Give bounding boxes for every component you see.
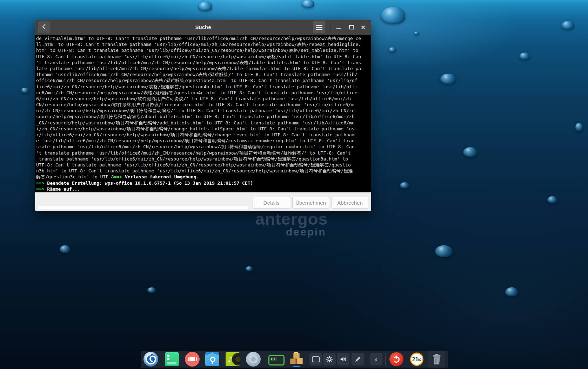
terminal-line: 't translate pathname 'usr/lib/office6/m… [36, 150, 371, 156]
speaker-icon [339, 355, 347, 363]
titlebar-divider [330, 22, 331, 32]
water-drop [302, 0, 314, 8]
chevron-left-icon: ‹ [375, 356, 377, 363]
water-drop [575, 123, 582, 132]
wallpaper-watermark-antergos: antergos [255, 209, 328, 228]
deepin-launcher-icon[interactable] [143, 352, 158, 367]
dock: ♪ [141, 351, 448, 368]
terminal-line: n3b.htm' to UTF-8: Can't translate pathn… [36, 168, 371, 174]
terminal-line: UTF-8: Can't translate pathname 'usr/lib… [36, 54, 371, 60]
terminal-line: fice6/mui/zh_CN/resource/help/wpsrainbow… [36, 84, 371, 90]
vinyl-icon [232, 353, 240, 365]
package-manager-icon[interactable] [289, 352, 303, 366]
water-drop [547, 196, 557, 203]
menu-button[interactable] [313, 21, 325, 33]
settings-tray-icon[interactable] [323, 353, 336, 365]
terminal-line: htm' to UTF-8: Can't translate pathname … [36, 47, 371, 53]
water-drop [60, 245, 70, 253]
terminal-line: late pathname 'usr/lib/office6/mui/zh_CN… [36, 66, 371, 71]
water-drop [519, 53, 530, 60]
progress-bar [38, 206, 249, 209]
terminal-line: translate pathname 'usr/lib/office6/mui/… [36, 156, 371, 162]
volume-tray-icon[interactable] [337, 353, 349, 365]
titlebar[interactable]: Suche × [35, 20, 371, 35]
details-button[interactable]: Details [253, 197, 290, 209]
camera-icon [189, 357, 195, 361]
water-drop [147, 287, 156, 293]
water-drop [198, 2, 212, 11]
water-drop [389, 47, 396, 52]
deepin-music-icon[interactable]: ♪ [226, 352, 240, 366]
gear-icon [326, 355, 333, 363]
terminal-output: de_virtualRim.htm' to UTF-8: Can't trans… [35, 35, 371, 192]
power-button[interactable] [389, 352, 403, 366]
desktop: antergos deepin Suche × de_virtualRim.ht… [0, 0, 588, 369]
display-tray-icon[interactable] [309, 353, 322, 365]
water-drop [463, 147, 477, 157]
swirl-icon [145, 353, 157, 365]
suche-window: Suche × de_virtualRim.htm' to UTF-8: Can… [35, 20, 371, 211]
water-drop [435, 245, 453, 257]
terminal-line: ce6/mui/zh_CN/resource/help/wpsrainbow/表… [36, 90, 371, 96]
trash-icon [431, 353, 442, 365]
maximize-button[interactable] [345, 21, 357, 33]
clock-hours: 21 [412, 356, 418, 363]
terminal-line: slate pathname 'usr/lib/office6/mui/zh_C… [36, 144, 371, 150]
water-drop [414, 32, 419, 35]
water-drop [21, 88, 29, 93]
terminal-line: r/lib/office6/mui/zh_CN/resource/help/wp… [36, 132, 371, 138]
dock-divider-small [367, 356, 367, 363]
music-note-icon: ♪ [228, 355, 232, 363]
terminal-line: 't translate pathname 'usr/lib/office6/m… [36, 60, 371, 66]
clock-minutes: 02 [418, 358, 422, 362]
battery-monitor-icon[interactable] [268, 355, 285, 365]
clock-widget[interactable]: 21 02 [410, 353, 423, 366]
terminal-line: source/help/wpsrainbow/项目符号和自动编号/about_b… [36, 114, 371, 119]
wallpaper-watermark-deepin: deepin [286, 226, 326, 238]
trash-button[interactable] [428, 351, 445, 368]
cancel-button[interactable]: Abbrechen [332, 197, 368, 209]
terminal-line: UTF-8: Can't translate pathname 'usr/lib… [36, 162, 371, 168]
dock-divider [385, 353, 386, 365]
power-icon [392, 355, 401, 364]
dock-divider [307, 353, 307, 365]
terminal-line: ui/zh_CN/resource/help/wpsrainbow/项目符号和自… [36, 108, 371, 114]
terminal-line: ==> Räume auf... [36, 186, 371, 192]
water-drop [381, 7, 405, 24]
draw-tray-icon[interactable] [352, 353, 364, 365]
water-drop [400, 182, 409, 189]
pen-icon [354, 355, 362, 363]
terminal-line: office6/mui/zh_CN/resource/help/wpsrainb… [36, 77, 371, 83]
water-drop [561, 21, 574, 29]
terminal-line: de_virtualRim.htm' to UTF-8: Can't trans… [36, 35, 371, 41]
minimize-icon [336, 28, 341, 29]
water-drop [505, 287, 518, 296]
apply-button[interactable]: Übernehmen [292, 197, 329, 209]
terminal-line: 解答/question3c.htm' to UTF-8==> Verlasse … [36, 174, 371, 180]
monitor-icon [312, 356, 320, 362]
browser-icon[interactable] [246, 352, 261, 367]
terminal-line: e 'usr/lib/office6/mui/zh_CN/resource/he… [36, 138, 371, 144]
terminal-line: CN/resource/help/wpsrainbow/软件最终用户许可协议/L… [36, 102, 371, 108]
close-button[interactable]: × [357, 21, 369, 33]
terminal-line: thname 'usr/lib/office6/mui/zh_CN/resour… [36, 71, 371, 77]
terminal-line: 6/mui/zh_CN/resource/help/wpsrainbow/软件最… [36, 96, 371, 102]
water-drop [440, 74, 456, 84]
minimize-button[interactable] [333, 21, 345, 33]
water-drop [246, 266, 253, 271]
terminal-line: ==> Beendete Erstellung: wps-office 10.1… [36, 180, 371, 186]
app-store-icon[interactable] [205, 352, 219, 366]
hamburger-icon [316, 25, 322, 26]
collapse-tray-button[interactable]: ‹ [370, 353, 382, 365]
deepin-movie-icon[interactable] [185, 352, 200, 367]
file-manager-icon[interactable] [165, 352, 179, 366]
window-footer: Details Übernehmen Abbrechen [35, 192, 371, 211]
terminal-line: i/zh_CN/resource/help/wpsrainbow/项目符号和自动… [36, 126, 371, 132]
terminal-line: ll.htm' to UTF-8: Can't translate pathna… [36, 41, 371, 47]
maximize-icon [349, 25, 354, 29]
terminal-line: _CN/resource/help/wpsrainbow/项目符号和自动编号/a… [36, 120, 371, 126]
active-app-indicator [293, 366, 300, 367]
